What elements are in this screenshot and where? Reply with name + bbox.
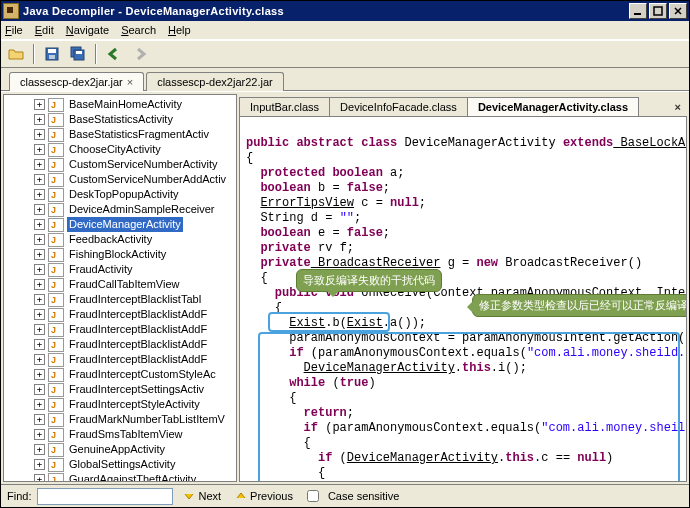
save-icon[interactable] [41, 43, 63, 65]
tree-node-label: FraudInterceptBlacklistTabI [67, 292, 204, 307]
tree-node-label: FraudSmsTabItemView [67, 427, 185, 442]
tree-node[interactable]: FraudInterceptSettingsActiv [6, 382, 236, 397]
class-icon [48, 173, 64, 187]
expand-icon[interactable] [34, 459, 45, 470]
menu-file[interactable]: File [5, 24, 23, 36]
source-viewer[interactable]: public abstract class DeviceManagerActiv… [239, 117, 687, 482]
close-tab-icon[interactable]: × [669, 98, 687, 116]
class-icon [48, 473, 64, 483]
forward-icon[interactable] [129, 43, 151, 65]
jar-tabstrip: classescp-dex2jar.jar×classescp-dex2jar2… [1, 68, 689, 91]
expand-icon[interactable] [34, 114, 45, 125]
expand-icon[interactable] [34, 174, 45, 185]
expand-icon[interactable] [34, 309, 45, 320]
editor-tab[interactable]: DeviceInfoFacade.class [329, 97, 468, 116]
open-icon[interactable] [5, 43, 27, 65]
tree-node[interactable]: CustomServiceNumberActivity [6, 157, 236, 172]
jar-tab[interactable]: classescp-dex2jar22.jar [146, 72, 284, 91]
expand-icon[interactable] [34, 129, 45, 140]
class-icon [48, 203, 64, 217]
menu-navigate[interactable]: Navigate [66, 24, 109, 36]
tree-node[interactable]: FraudInterceptBlacklistAddF [6, 307, 236, 322]
expand-icon[interactable] [34, 339, 45, 350]
tree-node[interactable]: FishingBlockActivity [6, 247, 236, 262]
tree-panel[interactable]: BaseMainHomeActivityBaseStatisticsActivi… [3, 94, 237, 482]
back-icon[interactable] [103, 43, 125, 65]
tree-node[interactable]: FraudMarkNumberTabListItemV [6, 412, 236, 427]
expand-icon[interactable] [34, 294, 45, 305]
minimize-button[interactable] [629, 3, 647, 19]
tree-node[interactable]: DeviceManagerActivity [6, 217, 236, 232]
expand-icon[interactable] [34, 384, 45, 395]
expand-icon[interactable] [34, 159, 45, 170]
class-icon [48, 383, 64, 397]
annotation-callout-1: 导致反编译失败的干扰代码 [296, 269, 442, 292]
expand-icon[interactable] [34, 189, 45, 200]
expand-icon[interactable] [34, 444, 45, 455]
tree-node[interactable]: FraudInterceptBlacklistAddF [6, 322, 236, 337]
tree-node-label: FraudCallTabItemView [67, 277, 181, 292]
find-input[interactable] [37, 488, 173, 505]
tree-node[interactable]: GlobalSettingsActivity [6, 457, 236, 472]
tree-node[interactable]: GuardAgainstTheftActivity [6, 472, 236, 482]
editor-panel: InputBar.classDeviceInfoFacade.classDevi… [239, 94, 687, 482]
tree-node[interactable]: FraudActivity [6, 262, 236, 277]
jar-tab[interactable]: classescp-dex2jar.jar× [9, 72, 144, 91]
class-icon [48, 413, 64, 427]
tree-node[interactable]: FraudInterceptCustomStyleAc [6, 367, 236, 382]
tree-node[interactable]: DeskTopPopupActivity [6, 187, 236, 202]
expand-icon[interactable] [34, 399, 45, 410]
tree-node[interactable]: FraudSmsTabItemView [6, 427, 236, 442]
tree-node[interactable]: FraudInterceptStyleActivity [6, 397, 236, 412]
class-icon [48, 308, 64, 322]
expand-icon[interactable] [34, 414, 45, 425]
class-icon [48, 443, 64, 457]
tree-node[interactable]: FraudCallTabItemView [6, 277, 236, 292]
class-icon [48, 278, 64, 292]
editor-tab[interactable]: InputBar.class [239, 97, 330, 116]
expand-icon[interactable] [34, 369, 45, 380]
expand-icon[interactable] [34, 324, 45, 335]
expand-icon[interactable] [34, 99, 45, 110]
expand-icon[interactable] [34, 234, 45, 245]
editor-tab[interactable]: DeviceManagerActivity.class [467, 97, 639, 116]
tree-node[interactable]: FraudInterceptBlacklistAddF [6, 352, 236, 367]
tree-node[interactable]: GenuineAppActivity [6, 442, 236, 457]
close-button[interactable] [669, 3, 687, 19]
tree-node-label: BaseStatisticsFragmentActiv [67, 127, 211, 142]
case-sensitive-checkbox[interactable] [307, 490, 319, 502]
tree-node[interactable]: CustomServiceNumberAddActiv [6, 172, 236, 187]
annotation-callout-2: 修正参数类型检查以后已经可以正常反编译后续代码 [472, 294, 687, 317]
expand-icon[interactable] [34, 429, 45, 440]
expand-icon[interactable] [34, 144, 45, 155]
expand-icon[interactable] [34, 204, 45, 215]
close-icon[interactable]: × [127, 76, 133, 88]
expand-icon[interactable] [34, 354, 45, 365]
tree-node[interactable]: DeviceAdminSampleReceiver [6, 202, 236, 217]
tree-node[interactable]: FraudInterceptBlacklistTabI [6, 292, 236, 307]
tree-node[interactable]: BaseMainHomeActivity [6, 97, 236, 112]
save-all-icon[interactable] [67, 43, 89, 65]
expand-icon[interactable] [34, 264, 45, 275]
tree-node-label: FraudInterceptCustomStyleAc [67, 367, 218, 382]
class-icon [48, 323, 64, 337]
find-next-button[interactable]: Next [179, 489, 225, 503]
tree-node-label: FraudMarkNumberTabListItemV [67, 412, 227, 427]
tree-node[interactable]: ChooseCityActivity [6, 142, 236, 157]
menu-edit[interactable]: Edit [35, 24, 54, 36]
menu-help[interactable]: Help [168, 24, 191, 36]
expand-icon[interactable] [34, 249, 45, 260]
expand-icon[interactable] [34, 279, 45, 290]
find-prev-button[interactable]: Previous [231, 489, 297, 503]
tree-node[interactable]: BaseStatisticsFragmentActiv [6, 127, 236, 142]
toolbar [1, 40, 689, 68]
tree-node[interactable]: FeedbackActivity [6, 232, 236, 247]
tree-node[interactable]: BaseStatisticsActivity [6, 112, 236, 127]
tree-node[interactable]: FraudInterceptBlacklistAddF [6, 337, 236, 352]
class-icon [48, 143, 64, 157]
svg-rect-0 [634, 13, 641, 15]
maximize-button[interactable] [649, 3, 667, 19]
expand-icon[interactable] [34, 474, 45, 482]
menu-search[interactable]: Search [121, 24, 156, 36]
expand-icon[interactable] [34, 219, 45, 230]
